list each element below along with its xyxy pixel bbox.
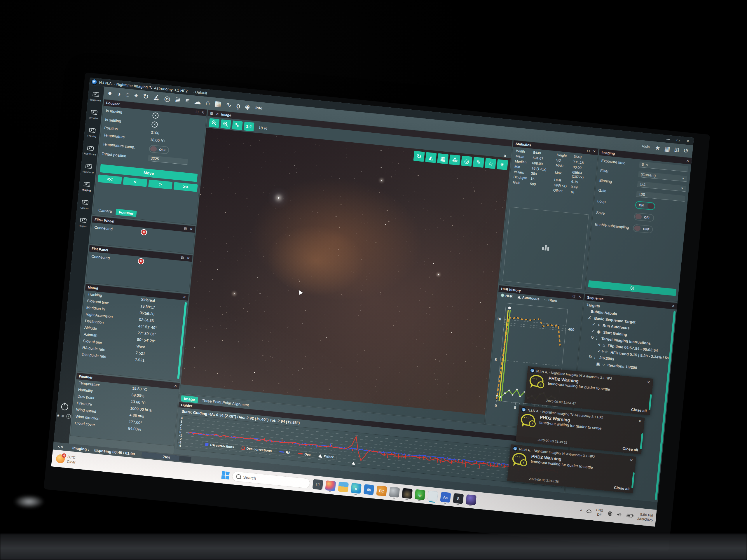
step-back-fast-button[interactable]: << xyxy=(98,175,122,184)
dock-close-icon[interactable]: ✕ xyxy=(216,112,219,116)
rotator-icon[interactable]: ⌖ xyxy=(134,92,138,99)
dock-close-icon[interactable]: ✕ xyxy=(187,256,190,261)
dome-icon[interactable]: ⌂ xyxy=(205,99,210,106)
sharpcap-icon[interactable]: S xyxy=(453,493,464,504)
temp-comp-toggle[interactable]: OFF xyxy=(149,145,169,154)
tab-focuser[interactable]: Focuser xyxy=(115,209,136,217)
switch-icon[interactable]: ≣ xyxy=(175,96,181,104)
nina-taskbar-icon[interactable] xyxy=(428,490,438,501)
bulb-icon[interactable]: ϙ xyxy=(236,102,241,109)
dock-options-icon[interactable]: ⊟ xyxy=(572,294,575,298)
sidebar-item-equipment[interactable]: Equipment xyxy=(87,87,104,106)
close-all-button[interactable]: Close all xyxy=(631,407,647,413)
reset-layout-icon[interactable]: ↺ xyxy=(683,147,689,154)
bahtinov-button[interactable]: ✴ xyxy=(497,159,508,170)
dock-close-icon[interactable]: ✕ xyxy=(686,159,689,163)
toast-close-icon[interactable]: ✕ xyxy=(647,380,650,384)
dock-close-icon[interactable]: ✕ xyxy=(183,295,186,299)
tray-expand-chevron[interactable]: ^ xyxy=(580,508,583,513)
sidebar-item-sky-atlas[interactable]: Sky Atlas xyxy=(85,105,102,124)
dock-close-icon[interactable]: ✕ xyxy=(672,304,675,308)
planet-icon[interactable] xyxy=(389,487,400,498)
one-to-one-button[interactable]: 1:1 xyxy=(243,122,254,131)
tools-label[interactable]: Tools xyxy=(641,144,650,149)
favorites-icon[interactable]: ★ xyxy=(654,144,661,151)
mount-icon[interactable]: ↻ xyxy=(143,93,149,100)
dock-options-icon[interactable]: ⊟ xyxy=(184,226,187,231)
grid-overlay-button[interactable]: ▦ xyxy=(437,153,448,164)
flat-panel-icon[interactable]: ≡ xyxy=(185,97,190,104)
guider-icon[interactable]: ◎ xyxy=(164,95,171,102)
safety-shield-icon[interactable]: ◈ xyxy=(244,103,251,110)
crosshair-button[interactable]: ◎ xyxy=(461,156,472,166)
close-all-button[interactable]: Close all xyxy=(614,485,630,491)
dock-close-icon[interactable]: ✕ xyxy=(593,149,596,154)
loop-toggle[interactable]: ON xyxy=(635,201,655,211)
dock-options-icon[interactable]: ⊟ xyxy=(587,149,590,153)
filter-wheel-icon[interactable]: ◑ xyxy=(117,90,121,98)
start-capture-button[interactable] xyxy=(588,280,676,296)
battery-icon[interactable] xyxy=(626,513,634,518)
stellarium-icon[interactable] xyxy=(402,488,413,499)
taskbar-clock[interactable]: 9:56 PM3/09/2025 xyxy=(637,512,653,523)
plate-solve-button[interactable]: ⁂ xyxy=(449,155,460,165)
edge-icon[interactable]: e xyxy=(351,483,362,494)
sidebar-item-imaging[interactable]: Imaging xyxy=(78,177,95,196)
sidebar-item-plugins[interactable]: Plugins xyxy=(75,213,92,232)
tab-image[interactable]: Image xyxy=(181,395,198,403)
close-button[interactable]: ✕ xyxy=(686,138,690,143)
step-forward-fast-button[interactable]: >> xyxy=(174,182,198,192)
astap-icon[interactable]: A≡ xyxy=(440,492,451,503)
toast-close-icon[interactable]: ✕ xyxy=(630,458,633,462)
collapse-sidebar-button[interactable]: << xyxy=(53,444,69,450)
step-back-button[interactable]: < xyxy=(123,177,147,187)
dock-close-icon[interactable]: ✕ xyxy=(174,384,177,388)
focuser-icon[interactable]: ◌ xyxy=(125,91,130,98)
histogram-icon[interactable]: ▦ xyxy=(214,100,222,108)
book-icon[interactable]: ▤ xyxy=(61,414,64,418)
store-icon[interactable]: 🛍 xyxy=(364,484,375,495)
sidebar-item-flat-wizard[interactable]: Flat Wizard xyxy=(82,141,99,160)
eye-icon[interactable]: ◉ xyxy=(57,414,60,417)
close-all-button[interactable]: Close all xyxy=(622,446,639,452)
astro-app-icon[interactable] xyxy=(466,495,476,505)
telescope-icon[interactable]: ∡ xyxy=(153,94,160,102)
language-indicator[interactable]: ENGDE xyxy=(596,508,604,517)
step-forward-button[interactable]: > xyxy=(148,180,173,190)
dock-options-icon[interactable]: ⊟ xyxy=(210,111,213,115)
annotate-button[interactable]: ✎ xyxy=(473,157,484,168)
start-button[interactable] xyxy=(221,471,229,479)
minimize-button[interactable]: — xyxy=(666,136,670,141)
info-icon[interactable]: i xyxy=(66,414,71,419)
toast-close-icon[interactable]: ✕ xyxy=(638,419,642,424)
volume-icon[interactable] xyxy=(616,512,622,517)
star-detection-button[interactable]: ☆ xyxy=(485,158,496,169)
flip-image-button[interactable]: ◭ xyxy=(425,152,437,163)
save-toggle[interactable]: OFF xyxy=(634,212,654,222)
phd2-icon[interactable]: ◎ xyxy=(415,489,426,500)
explorer-icon[interactable] xyxy=(338,482,349,492)
zoom-out-button[interactable] xyxy=(220,119,231,129)
maximize-button[interactable]: ▭ xyxy=(676,138,680,142)
dock-close-icon[interactable]: ✕ xyxy=(190,227,193,231)
sidebar-item-options[interactable]: Options xyxy=(76,195,93,214)
subsampling-toggle[interactable]: OFF xyxy=(633,224,653,234)
fc-icon[interactable]: FC xyxy=(376,485,387,496)
taskbar-weather-widget[interactable]: 4 20°CClear xyxy=(52,454,121,469)
add-panel-icon[interactable]: ⊞ xyxy=(674,146,680,153)
guider-graph-icon[interactable]: ∿ xyxy=(226,101,232,108)
dock-close-icon[interactable]: ✕ xyxy=(578,295,581,299)
captured-image[interactable] xyxy=(181,128,511,415)
info-tab-label[interactable]: Info xyxy=(255,105,263,110)
overlay-close-icon[interactable]: ✕ xyxy=(503,153,507,158)
rotate-image-button[interactable]: ↻ xyxy=(413,151,424,162)
dock-options-icon[interactable]: ⊟ xyxy=(196,110,199,114)
zoom-in-button[interactable] xyxy=(209,118,220,128)
sidebar-item-sequencer[interactable]: Sequencer xyxy=(80,159,97,178)
copilot-icon[interactable] xyxy=(325,480,336,491)
power-icon[interactable] xyxy=(61,403,69,411)
onedrive-icon[interactable] xyxy=(586,509,592,514)
tab-camera[interactable]: Camera xyxy=(95,207,115,215)
taskview-icon[interactable]: ❏ xyxy=(312,479,323,490)
camera-icon[interactable]: ● xyxy=(107,89,112,97)
